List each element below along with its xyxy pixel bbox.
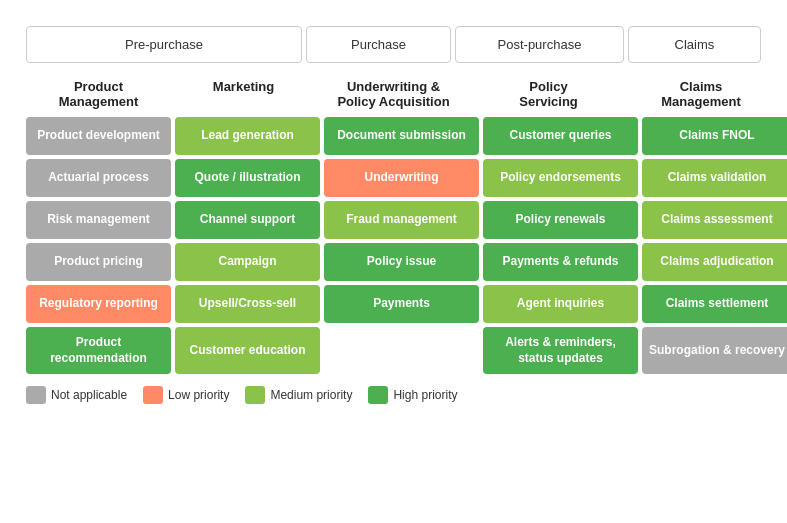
legend-color-box: [368, 386, 388, 404]
legend-item: Not applicable: [26, 386, 127, 404]
grid-cell: Product recommendation: [26, 327, 171, 374]
legend-item: Medium priority: [245, 386, 352, 404]
grid-cell: Regulatory reporting: [26, 285, 171, 323]
column-header: PolicyServicing: [471, 79, 626, 109]
legend-item: Low priority: [143, 386, 229, 404]
grid-cell: Policy endorsements: [483, 159, 638, 197]
grid-cell: Channel support: [175, 201, 320, 239]
grid-cell: Payments: [324, 285, 479, 323]
grid-cell: Claims assessment: [642, 201, 787, 239]
legend-label: Not applicable: [51, 388, 127, 402]
grid-cell: Fraud management: [324, 201, 479, 239]
main-container: Pre-purchasePurchasePost-purchaseClaims …: [16, 16, 771, 414]
grid-cell: Customer education: [175, 327, 320, 374]
legend-color-box: [143, 386, 163, 404]
grid-cell: Actuarial process: [26, 159, 171, 197]
legend-color-box: [245, 386, 265, 404]
grid-cell: Customer queries: [483, 117, 638, 155]
legend-label: Low priority: [168, 388, 229, 402]
grid-cell: Underwriting: [324, 159, 479, 197]
phase-tab-pre-purchase[interactable]: Pre-purchase: [26, 26, 302, 63]
phase-tab-purchase[interactable]: Purchase: [306, 26, 451, 63]
legend: Not applicableLow priorityMedium priorit…: [26, 386, 761, 404]
grid-cell: Claims validation: [642, 159, 787, 197]
column-header: Underwriting &Policy Acquisition: [316, 79, 471, 109]
grid-cell: Quote / illustration: [175, 159, 320, 197]
grid-cell: Document submission: [324, 117, 479, 155]
legend-color-box: [26, 386, 46, 404]
grid-cell: Product development: [26, 117, 171, 155]
phase-tabs: Pre-purchasePurchasePost-purchaseClaims: [26, 26, 761, 63]
column-header: Marketing: [171, 79, 316, 109]
grid-cell: Alerts & reminders, status updates: [483, 327, 638, 374]
grid-cell: [324, 327, 479, 374]
grid-cell: Risk management: [26, 201, 171, 239]
legend-label: High priority: [393, 388, 457, 402]
column-header: ClaimsManagement: [626, 79, 776, 109]
grid-cell: Claims settlement: [642, 285, 787, 323]
grid-cell: Policy renewals: [483, 201, 638, 239]
grid-cell: Claims adjudication: [642, 243, 787, 281]
column-header: ProductManagement: [26, 79, 171, 109]
grid-cell: Campaign: [175, 243, 320, 281]
legend-label: Medium priority: [270, 388, 352, 402]
grid-cell: Product pricing: [26, 243, 171, 281]
grid-cell: Subrogation & recovery: [642, 327, 787, 374]
column-headers: ProductManagementMarketingUnderwriting &…: [26, 79, 761, 109]
phase-tab-claims[interactable]: Claims: [628, 26, 761, 63]
legend-item: High priority: [368, 386, 457, 404]
grid-cell: Policy issue: [324, 243, 479, 281]
grid-cell: Upsell/Cross-sell: [175, 285, 320, 323]
capability-grid: Product developmentLead generationDocume…: [26, 117, 761, 374]
grid-cell: Payments & refunds: [483, 243, 638, 281]
grid-cell: Lead generation: [175, 117, 320, 155]
grid-cell: Agent inquiries: [483, 285, 638, 323]
grid-cell: Claims FNOL: [642, 117, 787, 155]
phase-tab-post-purchase[interactable]: Post-purchase: [455, 26, 624, 63]
